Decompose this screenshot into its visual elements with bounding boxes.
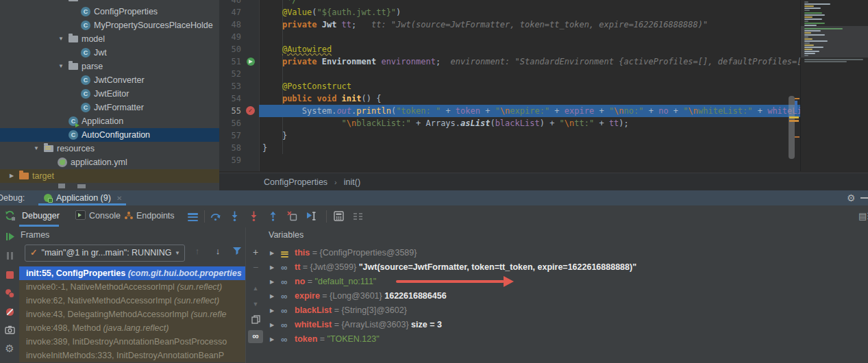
tree-item-target[interactable]: ▶target xyxy=(0,169,219,183)
code-line-47[interactable]: @Value("${auth.jwt.tt}") xyxy=(219,6,868,18)
tree-item-application.yml[interactable]: application.yml xyxy=(0,155,219,169)
move-up-icon[interactable]: ▲ xyxy=(246,285,265,292)
variable-row-token[interactable]: ▶∞token = "TOKEN.123" xyxy=(264,332,868,347)
chevron-collapsed-icon[interactable]: ▶ xyxy=(270,303,274,318)
code-line-49[interactable] xyxy=(219,31,868,43)
line-number-54[interactable]: 54 xyxy=(219,92,241,105)
line-number-52[interactable]: 52 xyxy=(219,68,241,80)
stripe-mark-yellow1[interactable] xyxy=(789,116,799,118)
code-line-55[interactable]: System.out.println("token: " + token + "… xyxy=(219,105,868,117)
tree-item-model[interactable]: ▼model xyxy=(0,32,219,46)
stack-frame[interactable]: invokeInitMethods:333, InitDestroyAnnota… xyxy=(19,349,245,362)
tree-item-JwtConverter[interactable]: CJwtConverter xyxy=(0,73,219,87)
stack-frame[interactable]: invoke:62, NativeMethodAccessorImpl (sun… xyxy=(19,294,245,308)
stack-frame[interactable]: invoke:43, DelegatingMethodAccessorImpl … xyxy=(19,308,245,321)
thread-dump-icon[interactable] xyxy=(0,324,19,338)
stack-frame[interactable]: invoke:389, InitDestroyAnnotationBeanPos… xyxy=(19,335,245,349)
filter-frames-icon[interactable] xyxy=(230,246,244,258)
threads-view-icon[interactable] xyxy=(188,212,200,224)
line-number-50[interactable]: 50 xyxy=(219,43,241,55)
tree-item-Jwt[interactable]: CJwt xyxy=(0,46,219,60)
chevron-collapsed-icon[interactable]: ▶ xyxy=(270,289,274,303)
code-line-59[interactable] xyxy=(219,154,868,166)
rerun-icon[interactable] xyxy=(0,210,19,223)
tab-endpoints[interactable]: Endpoints xyxy=(125,205,175,227)
code-line-46[interactable]: */ xyxy=(219,0,868,6)
evaluate-expression-icon[interactable] xyxy=(333,210,345,223)
tree-item-JwtFormatter[interactable]: CJwtFormatter xyxy=(0,101,219,114)
stripe-mark-blue[interactable] xyxy=(795,101,797,112)
minimap-viewport[interactable] xyxy=(801,26,868,58)
close-icon[interactable]: ✕ xyxy=(116,195,122,202)
code-line-48[interactable]: private Jwt tt; tt: "Jwt(source=JwtForma… xyxy=(219,18,868,31)
variable-row-whiteList[interactable]: ▶∞whiteList = {ArrayList@3603} size = 3 xyxy=(264,318,868,332)
minimize-icon[interactable] xyxy=(860,197,868,199)
code-line-58[interactable]: } xyxy=(219,142,868,154)
tree-item-JwtEditor[interactable]: CJwtEditor xyxy=(0,87,219,101)
line-number-46[interactable]: 46 xyxy=(219,0,241,6)
chevron-collapsed-icon[interactable]: ▶ xyxy=(270,260,274,275)
line-number-56[interactable]: 56 xyxy=(219,117,241,129)
stack-frame[interactable]: invoke0:-1, NativeMethodAccessorImpl (su… xyxy=(19,280,245,294)
code-line-54[interactable]: public void init() { xyxy=(219,92,868,105)
thread-selector[interactable]: ✓"main"@1 in gr...main": RUNNING ▼ xyxy=(25,245,185,262)
variable-row-expire[interactable]: ▶∞expire = {Long@3601} 1622616886456 xyxy=(264,289,868,303)
code-line-56[interactable]: "\nblackList:" + Arrays.asList(blackList… xyxy=(219,117,868,129)
drop-frame-icon[interactable] xyxy=(286,210,299,223)
chevron-expanded-icon[interactable]: ▼ xyxy=(32,142,41,155)
step-over-icon[interactable] xyxy=(210,210,222,223)
minimap[interactable] xyxy=(800,0,868,171)
show-watches-icon[interactable]: ∞ xyxy=(248,330,263,343)
chevron-collapsed-icon[interactable]: ▶ xyxy=(270,318,274,332)
tab-console[interactable]: Console xyxy=(75,205,121,227)
gear-icon[interactable]: ⚙ xyxy=(847,192,856,204)
code-line-51[interactable]: private Environment environment; environ… xyxy=(219,55,868,68)
chevron-expanded-icon[interactable]: ▼ xyxy=(56,60,66,73)
step-out-icon[interactable] xyxy=(267,210,280,223)
frame-up-icon[interactable]: ↑ xyxy=(190,246,204,256)
settings-gear-icon[interactable]: ⚙ xyxy=(0,342,19,355)
tab-debugger[interactable]: Debugger xyxy=(22,205,60,227)
layout-toggle-icon[interactable] xyxy=(352,210,364,223)
line-number-48[interactable]: 48 xyxy=(219,18,241,31)
chevron-collapsed-icon[interactable]: ▶ xyxy=(7,169,16,183)
tree-item-partial[interactable] xyxy=(0,0,219,5)
line-number-47[interactable]: 47 xyxy=(219,6,241,18)
mute-breakpoints-icon[interactable] xyxy=(0,306,19,320)
view-breakpoints-icon[interactable] xyxy=(0,288,19,301)
run-to-cursor-icon[interactable] xyxy=(306,210,318,223)
force-step-into-icon[interactable] xyxy=(248,210,260,223)
variable-row-no[interactable]: ▶∞no = "default_no:111" xyxy=(264,275,868,289)
stripe-mark-yellow2[interactable] xyxy=(789,120,799,122)
tree-item-MyPropertySourcesPlaceHolde[interactable]: CMyPropertySourcesPlaceHolde xyxy=(0,18,219,32)
line-number-53[interactable]: 53 xyxy=(219,80,241,92)
chevron-expanded-icon[interactable]: ▼ xyxy=(56,32,66,46)
tree-item-resources[interactable]: ▼resources xyxy=(0,142,219,155)
code-line-57[interactable]: } xyxy=(219,129,868,142)
chevron-collapsed-icon[interactable]: ▶ xyxy=(270,246,274,260)
breadcrumb-method[interactable]: init() xyxy=(344,177,360,187)
tree-item-AutoConfiguration[interactable]: CAutoConfiguration xyxy=(0,128,219,142)
code-line-52[interactable] xyxy=(219,68,868,80)
tree-item-ConfigProperties[interactable]: CConfigProperties xyxy=(0,5,219,18)
stripe-mark-orange2[interactable] xyxy=(795,136,799,138)
stripe-mark-orange[interactable] xyxy=(795,98,799,99)
tree-item-Application[interactable]: CApplication xyxy=(0,114,219,128)
frame-down-icon[interactable]: ↓ xyxy=(211,246,225,256)
step-into-icon[interactable] xyxy=(229,210,241,223)
code-line-53[interactable]: @PostConstruct xyxy=(219,80,868,92)
tree-item-parse[interactable]: ▼parse xyxy=(0,60,219,73)
line-number-51[interactable]: 51 xyxy=(219,55,241,68)
chevron-collapsed-icon[interactable]: ▶ xyxy=(270,275,274,289)
variable-row-blackList[interactable]: ▶∞blackList = {String[3]@3602} xyxy=(264,303,868,318)
line-number-58[interactable]: 58 xyxy=(219,142,241,154)
spring-bean-gutter-icon[interactable] xyxy=(247,58,255,66)
variable-row-tt[interactable]: ▶∞tt = {Jwt@3599} "Jwt(source=JwtFormatt… xyxy=(264,260,868,275)
code-line-50[interactable]: @Autowired xyxy=(219,43,868,55)
line-number-55[interactable]: 55 xyxy=(219,105,241,117)
layout-settings-icon[interactable]: ▤☰ xyxy=(858,211,868,221)
breadcrumb-class[interactable]: ConfigProperties xyxy=(264,177,327,187)
line-number-57[interactable]: 57 xyxy=(219,129,241,142)
duplicate-icon[interactable] xyxy=(246,314,265,327)
remove-watch-icon[interactable]: − xyxy=(246,262,265,273)
